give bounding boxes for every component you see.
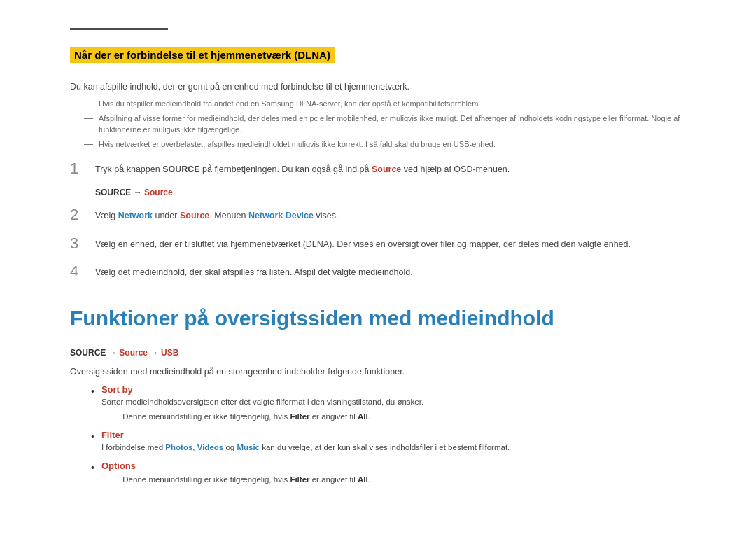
sort-by-sub: – Denne menuindstilling er ikke tilgænge… xyxy=(113,411,700,423)
sort-by-desc: Sorter medieindholdsoversigtsen efter de… xyxy=(102,396,700,408)
border-right xyxy=(168,29,700,29)
section-medieindhold: Funktioner på oversigtssiden med mediein… xyxy=(70,307,700,486)
filter-desc: I forbindelse med Photos, Videos og Musi… xyxy=(102,442,700,454)
bullet-filter: • Filter I forbindelse med Photos, Video… xyxy=(91,430,700,454)
bullet-list: • Sort by Sorter medieindholdsoversigtse… xyxy=(91,384,700,486)
step-1: 1 Tryk på knappen SOURCE på fjernbetjeni… xyxy=(70,160,700,178)
numbered-steps: 1 Tryk på knappen SOURCE på fjernbetjeni… xyxy=(70,160,700,281)
section2-intro: Oversigtssiden med medieindhold på en st… xyxy=(70,365,700,379)
source-path-1: SOURCE → Source xyxy=(95,188,700,197)
section1-bullet-3: — Hvis netværket er overbelastet, afspil… xyxy=(84,139,700,150)
step-3: 3 Vælg en enhed, der er tilsluttet via h… xyxy=(70,234,700,253)
section1-bullet-1: — Hvis du afspiller medieindhold fra and… xyxy=(84,98,700,110)
section1-bullet-2: — Afspilning af visse former for mediein… xyxy=(84,113,700,136)
filter-label: Filter xyxy=(102,430,124,440)
step-2: 2 Vælg Network under Source. Menuen Netw… xyxy=(70,206,700,224)
section1-title: Når der er forbindelse til et hjemmenetv… xyxy=(70,47,335,63)
sort-by-label: Sort by xyxy=(102,384,133,395)
bullet-sort-by: • Sort by Sorter medieindholdsoversigtse… xyxy=(91,384,700,423)
step-4: 4 Vælg det medieindhold, der skal afspil… xyxy=(70,262,700,281)
section-dlna: Når der er forbindelse til et hjemmenetv… xyxy=(70,47,700,281)
border-left xyxy=(70,28,168,30)
source-path-2: SOURCE → Source → USB xyxy=(70,347,700,358)
top-border xyxy=(70,28,700,30)
section1-intro: Du kan afspille indhold, der er gemt på … xyxy=(70,80,700,94)
bullet-options: • Options – Denne menuindstilling er ikk… xyxy=(91,461,700,486)
section2-big-title: Funktioner på oversigtssiden med mediein… xyxy=(70,307,700,330)
options-sub: – Denne menuindstilling er ikke tilgænge… xyxy=(113,474,700,486)
options-label: Options xyxy=(102,461,136,471)
